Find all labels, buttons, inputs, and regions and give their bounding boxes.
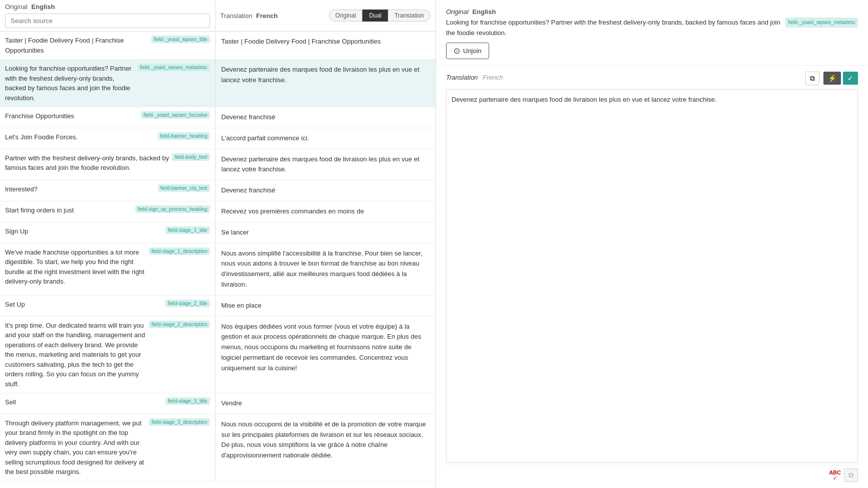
left-row-badge: field-_yoast_wpseo_title: [151, 36, 210, 43]
middle-row-8: Nous avons simplifié l'accessibilité à l…: [215, 243, 436, 295]
left-row-badge: field-stage_3_title: [165, 397, 209, 405]
middle-row-5: Devenez franchisé: [215, 180, 436, 201]
spellcheck-indicator: ABC ✓: [829, 470, 841, 481]
table-row: Sign Up field-stage_1_title Se lancer: [0, 222, 436, 243]
right-field-badge: field-_yoast_wpseo_metadesc: [785, 18, 858, 28]
left-panel-header: Original English: [0, 0, 215, 31]
left-row-badge: field-stage_1_description: [149, 248, 209, 255]
left-row-5: Interested? field-banner_cta_text: [0, 180, 215, 201]
view-toggle-group: Original Dual Translation: [329, 10, 430, 22]
table-row: Looking for franchise opportunities? Par…: [0, 60, 436, 107]
left-row-text: It's prep time. Our dedicated teams will…: [5, 321, 146, 389]
left-row-text: Through delivery platform management, we…: [5, 418, 146, 477]
confirm-button[interactable]: ✓: [843, 72, 858, 85]
left-row-text: Interested?: [5, 184, 155, 194]
table-row: We've made franchise opportunities a lot…: [0, 243, 436, 296]
content-rows-container: Taster | Foodie Delivery Food | Franchis…: [0, 32, 436, 488]
copy-button[interactable]: ⧉: [805, 72, 819, 85]
table-row: Taster | Foodie Delivery Food | Franchis…: [0, 32, 436, 60]
left-lang-label: English: [31, 3, 55, 11]
middle-row-12: Nous nous occupons de la visibilité et d…: [215, 414, 436, 481]
left-row-9: Set Up field-stage_2_title: [0, 296, 215, 316]
middle-row-6: Recevez vos premières commandes en moins…: [215, 201, 436, 222]
middle-row-9: Mise en place: [215, 296, 436, 316]
left-row-text: Sell: [5, 397, 162, 407]
toggle-original[interactable]: Original: [329, 10, 362, 22]
left-row-1: Looking for franchise opportunities? Par…: [0, 60, 215, 107]
middle-row-7: Se lancer: [215, 222, 436, 243]
translation-header: Translation French ⧉ ⚡ ✓: [446, 72, 858, 85]
left-row-text: Looking for franchise opportunities? Par…: [5, 64, 134, 103]
left-row-badge: field-stage_3_description: [149, 418, 209, 426]
middle-row-1: Devenez partenaire des marques food de l…: [215, 60, 436, 107]
unjoin-button[interactable]: ⊙ Unjoin: [446, 43, 489, 59]
middle-row-2: Devenez franchisé: [215, 107, 436, 128]
left-row-badge: field-stage_2_title: [165, 300, 209, 307]
left-row-badge: field-sign_up_process_heading: [135, 205, 209, 213]
toggle-translation[interactable]: Translation: [388, 10, 430, 22]
table-row: It's prep time. Our dedicated teams will…: [0, 317, 436, 394]
lightning-button[interactable]: ⚡: [823, 72, 841, 85]
left-row-0: Taster | Foodie Delivery Food | Franchis…: [0, 32, 215, 59]
table-row: Partner with the freshest delivery-only …: [0, 149, 436, 181]
left-row-badge: field-_yoast_wpseo_focuskw: [141, 111, 209, 119]
translation-textarea[interactable]: Devenez partenaire des marques food de l…: [446, 89, 858, 463]
left-row-badge: field-banner_cta_text: [158, 184, 209, 192]
left-row-6: Start firing orders in just field-sign_u…: [0, 201, 215, 222]
left-row-11: Sell field-stage_3_title: [0, 393, 215, 414]
right-original-section: Original English Looking for franchise o…: [436, 0, 868, 66]
middle-lang-label: French: [256, 12, 278, 20]
table-row: Start firing orders in just field-sign_u…: [0, 201, 436, 222]
left-row-text: Franchise Opportunities: [5, 111, 138, 121]
right-original-text-block: Looking for franchise opportunities? Par…: [446, 18, 858, 39]
right-translation-section: Translation French ⧉ ⚡ ✓ Devenez partena…: [436, 66, 868, 488]
left-row-text: Let's Join Foodie Forces.: [5, 132, 155, 142]
left-row-badge: field-banner_heading: [158, 132, 210, 140]
right-original-content: Looking for franchise opportunities? Par…: [446, 18, 780, 39]
left-row-4: Partner with the freshest delivery-only …: [0, 149, 215, 180]
left-row-badge: field-stage_2_description: [149, 321, 209, 328]
toggle-dual[interactable]: Dual: [362, 10, 388, 22]
left-row-badge: field-stage_1_title: [165, 226, 209, 234]
table-row: Franchise Opportunities field-_yoast_wps…: [0, 107, 436, 128]
middle-row-11: Vendre: [215, 393, 436, 414]
table-row: Through delivery platform management, we…: [0, 414, 436, 481]
copy-icon-button[interactable]: ⧉: [844, 468, 858, 482]
middle-translation-label: Translation: [221, 12, 253, 20]
left-row-text: Sign Up: [5, 226, 162, 236]
right-original-label: Original English: [446, 8, 858, 16]
translation-toolbar: ⧉ ⚡ ✓: [805, 72, 858, 85]
table-row: Set Up field-stage_2_title Mise en place: [0, 296, 436, 317]
left-row-text: Start firing orders in just: [5, 205, 132, 215]
middle-row-4: Devenez partenaire des marques food de l…: [215, 149, 436, 180]
search-input[interactable]: [5, 14, 210, 28]
left-row-8: We've made franchise opportunities a lot…: [0, 243, 215, 295]
translation-footer: ABC ✓ ⧉: [446, 465, 858, 482]
left-row-12: Through delivery platform management, we…: [0, 414, 215, 481]
left-row-text: Partner with the freshest delivery-only …: [5, 153, 169, 173]
right-panel: Original English Looking for franchise o…: [436, 0, 868, 488]
table-row: Sell field-stage_3_title Vendre: [0, 393, 436, 414]
unjoin-label: Unjoin: [463, 47, 482, 55]
middle-panel-header: Translation French Original Dual Transla…: [215, 0, 436, 31]
middle-row-10: Nos équipes dédiées vont vous former (vo…: [215, 317, 436, 393]
left-row-7: Sign Up field-stage_1_title: [0, 222, 215, 243]
unjoin-icon: ⊙: [454, 46, 460, 56]
translation-label: Translation French: [446, 74, 503, 81]
left-row-2: Franchise Opportunities field-_yoast_wps…: [0, 107, 215, 128]
table-row: Let's Join Foodie Forces. field-banner_h…: [0, 128, 436, 149]
middle-row-3: L'accord parfait commence ici.: [215, 128, 436, 149]
left-row-text: We've made franchise opportunities a lot…: [5, 248, 146, 287]
left-row-3: Let's Join Foodie Forces. field-banner_h…: [0, 128, 215, 149]
left-original-label: Original: [5, 3, 28, 11]
left-row-text: Taster | Foodie Delivery Food | Franchis…: [5, 36, 148, 55]
left-row-10: It's prep time. Our dedicated teams will…: [0, 317, 215, 393]
left-row-badge: field-body_text: [172, 153, 209, 161]
middle-row-0: Taster | Foodie Delivery Food | Franchis…: [215, 32, 436, 59]
left-row-text: Set Up: [5, 300, 162, 310]
left-row-badge: field-_yoast_wpseo_metadesc: [137, 64, 210, 71]
table-row: Interested? field-banner_cta_text Devene…: [0, 180, 436, 201]
